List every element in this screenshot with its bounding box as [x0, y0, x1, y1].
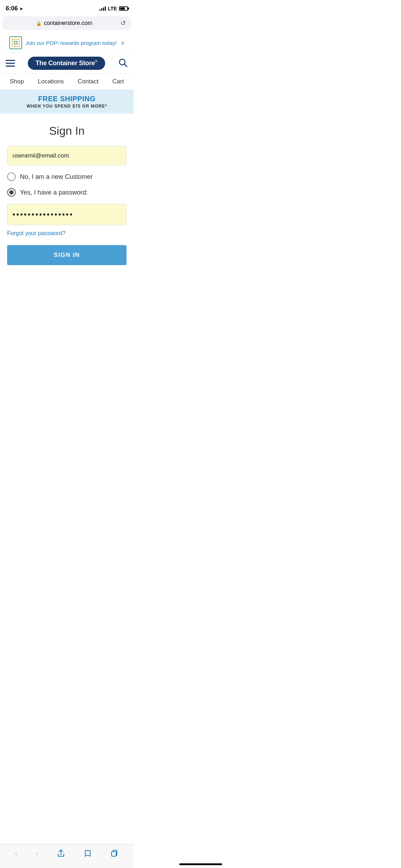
brand-name: The Container Store [36, 60, 95, 67]
status-bar: 6:06 ➤ LTE [0, 0, 134, 15]
new-customer-radio[interactable] [7, 172, 16, 181]
signin-button[interactable]: SIGN IN [7, 245, 127, 265]
new-customer-option[interactable]: No, I am a new Customer [7, 172, 127, 181]
has-password-label: Yes, I have a password: [20, 189, 88, 196]
nav-cart[interactable]: Cart [112, 78, 124, 85]
brand-logo[interactable]: The Container Store® [28, 57, 105, 70]
pop-logo [9, 36, 22, 49]
url-text: containerstore.com [44, 20, 92, 26]
hamburger-menu-icon[interactable] [6, 60, 15, 67]
browser-url: 🔒 containerstore.com [8, 20, 120, 26]
time-display: 6:06 [6, 5, 18, 12]
svg-line-1 [124, 64, 127, 67]
signal-bars [99, 6, 106, 11]
browser-bar[interactable]: 🔒 containerstore.com ↺ [3, 16, 131, 30]
signin-title: Sign In [7, 124, 127, 138]
shipping-banner: FREE SHIPPING WHEN YOU SPEND $75 OR MORE… [0, 90, 134, 114]
main-header: The Container Store® [0, 53, 134, 74]
nav-links: Shop Locations Contact Cart [0, 74, 134, 90]
location-icon: ➤ [19, 6, 23, 11]
forgot-password-link[interactable]: Forgot your password? [7, 230, 127, 237]
nav-shop[interactable]: Shop [10, 78, 24, 85]
content-spacer [0, 272, 134, 301]
nav-locations[interactable]: Locations [38, 78, 64, 85]
status-time: 6:06 ➤ [6, 5, 23, 12]
email-input[interactable] [7, 146, 127, 165]
search-icon[interactable] [118, 58, 128, 69]
shipping-title: FREE SHIPPING [6, 95, 128, 103]
lock-icon: 🔒 [36, 21, 42, 26]
reload-button[interactable]: ↺ [120, 19, 126, 27]
status-right: LTE [99, 6, 128, 11]
has-password-radio[interactable] [7, 188, 16, 197]
chevron-down-icon: ∨ [121, 40, 124, 46]
new-customer-label: No, I am a new Customer [20, 173, 93, 181]
shipping-subtitle: WHEN YOU SPEND $75 OR MORE* [6, 104, 128, 109]
signin-section: Sign In No, I am a new Customer Yes, I h… [0, 114, 134, 272]
battery-icon [119, 6, 128, 11]
rewards-text: Join our POP! rewards program today! [26, 40, 117, 46]
rewards-banner[interactable]: Join our POP! rewards program today! ∨ [0, 33, 134, 53]
password-input[interactable] [7, 204, 127, 225]
lte-label: LTE [108, 6, 117, 11]
nav-contact[interactable]: Contact [78, 78, 99, 85]
has-password-option[interactable]: Yes, I have a password: [7, 188, 127, 197]
